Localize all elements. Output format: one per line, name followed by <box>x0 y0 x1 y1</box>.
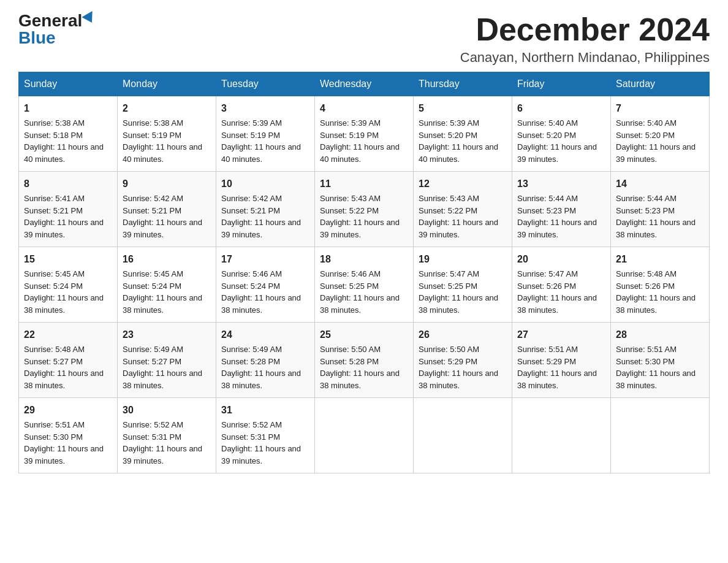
day-daylight: Daylight: 11 hours and 38 minutes. <box>517 293 597 315</box>
day-daylight: Daylight: 11 hours and 39 minutes. <box>221 444 301 465</box>
calendar-cell: 3Sunrise: 5:39 AMSunset: 5:19 PMDaylight… <box>216 96 315 172</box>
day-daylight: Daylight: 11 hours and 38 minutes. <box>320 293 400 315</box>
day-number: 4 <box>320 101 408 116</box>
calendar-header-monday: Monday <box>118 72 216 96</box>
day-sunset: Sunset: 5:20 PM <box>517 131 576 140</box>
calendar-cell: 24Sunrise: 5:49 AMSunset: 5:28 PMDayligh… <box>216 323 315 398</box>
day-sunrise: Sunrise: 5:51 AM <box>517 345 578 354</box>
day-number: 7 <box>616 101 704 116</box>
day-daylight: Daylight: 11 hours and 39 minutes. <box>419 218 498 239</box>
calendar-cell: 13Sunrise: 5:44 AMSunset: 5:23 PMDayligh… <box>512 172 611 247</box>
day-number: 20 <box>517 252 605 267</box>
day-sunrise: Sunrise: 5:50 AM <box>419 345 479 354</box>
day-sunrise: Sunrise: 5:46 AM <box>221 269 282 278</box>
calendar-cell: 21Sunrise: 5:48 AMSunset: 5:26 PMDayligh… <box>611 247 710 323</box>
day-sunrise: Sunrise: 5:52 AM <box>123 420 183 429</box>
day-sunrise: Sunrise: 5:49 AM <box>123 345 183 354</box>
day-number: 12 <box>419 177 507 191</box>
day-daylight: Daylight: 11 hours and 39 minutes. <box>123 444 202 465</box>
calendar-cell: 8Sunrise: 5:41 AMSunset: 5:21 PMDaylight… <box>19 172 118 247</box>
day-sunrise: Sunrise: 5:42 AM <box>123 194 183 203</box>
day-number: 17 <box>221 252 309 267</box>
calendar-cell <box>315 398 414 473</box>
day-sunrise: Sunrise: 5:45 AM <box>123 269 183 278</box>
day-daylight: Daylight: 11 hours and 39 minutes. <box>517 142 597 164</box>
day-number: 22 <box>24 327 112 342</box>
day-sunset: Sunset: 5:28 PM <box>320 357 379 366</box>
day-daylight: Daylight: 11 hours and 38 minutes. <box>616 369 696 390</box>
day-number: 31 <box>221 403 309 418</box>
day-sunset: Sunset: 5:26 PM <box>616 282 675 291</box>
day-sunrise: Sunrise: 5:44 AM <box>616 194 677 203</box>
day-sunrise: Sunrise: 5:39 AM <box>419 118 479 128</box>
month-title: December 2024 <box>460 12 710 47</box>
calendar-cell: 11Sunrise: 5:43 AMSunset: 5:22 PMDayligh… <box>315 172 414 247</box>
day-sunrise: Sunrise: 5:45 AM <box>24 269 85 278</box>
day-sunrise: Sunrise: 5:38 AM <box>24 118 85 128</box>
calendar-cell: 19Sunrise: 5:47 AMSunset: 5:25 PMDayligh… <box>414 247 512 323</box>
day-number: 21 <box>616 252 704 267</box>
day-daylight: Daylight: 11 hours and 39 minutes. <box>123 218 202 239</box>
calendar-cell: 30Sunrise: 5:52 AMSunset: 5:31 PMDayligh… <box>118 398 216 473</box>
day-sunrise: Sunrise: 5:38 AM <box>123 118 183 128</box>
day-daylight: Daylight: 11 hours and 38 minutes. <box>320 369 400 390</box>
calendar-cell: 9Sunrise: 5:42 AMSunset: 5:21 PMDaylight… <box>118 172 216 247</box>
calendar-cell: 12Sunrise: 5:43 AMSunset: 5:22 PMDayligh… <box>414 172 512 247</box>
calendar-week-row: 29Sunrise: 5:51 AMSunset: 5:30 PMDayligh… <box>19 398 710 473</box>
calendar-header-friday: Friday <box>512 72 611 96</box>
logo: General Blue <box>18 12 96 47</box>
calendar-cell: 16Sunrise: 5:45 AMSunset: 5:24 PMDayligh… <box>118 247 216 323</box>
day-sunset: Sunset: 5:19 PM <box>320 131 379 140</box>
day-sunset: Sunset: 5:21 PM <box>123 206 181 215</box>
calendar-cell: 31Sunrise: 5:52 AMSunset: 5:31 PMDayligh… <box>216 398 315 473</box>
day-sunrise: Sunrise: 5:46 AM <box>320 269 381 278</box>
calendar-cell: 5Sunrise: 5:39 AMSunset: 5:20 PMDaylight… <box>414 96 512 172</box>
calendar-cell: 25Sunrise: 5:50 AMSunset: 5:28 PMDayligh… <box>315 323 414 398</box>
day-daylight: Daylight: 11 hours and 40 minutes. <box>221 142 301 164</box>
day-sunset: Sunset: 5:31 PM <box>123 432 181 442</box>
day-sunrise: Sunrise: 5:51 AM <box>616 345 677 354</box>
day-daylight: Daylight: 11 hours and 40 minutes. <box>320 142 400 164</box>
day-daylight: Daylight: 11 hours and 38 minutes. <box>616 293 696 315</box>
day-sunset: Sunset: 5:24 PM <box>123 282 181 291</box>
day-number: 27 <box>517 327 605 342</box>
day-daylight: Daylight: 11 hours and 38 minutes. <box>419 293 498 315</box>
logo-general-text: General <box>18 12 82 29</box>
day-number: 1 <box>24 101 112 116</box>
day-sunset: Sunset: 5:27 PM <box>24 357 83 366</box>
calendar-cell: 28Sunrise: 5:51 AMSunset: 5:30 PMDayligh… <box>611 323 710 398</box>
day-sunset: Sunset: 5:29 PM <box>517 357 576 366</box>
day-number: 19 <box>419 252 507 267</box>
calendar-cell <box>414 398 512 473</box>
day-sunrise: Sunrise: 5:40 AM <box>517 118 578 128</box>
calendar-header-thursday: Thursday <box>414 72 512 96</box>
day-sunset: Sunset: 5:19 PM <box>221 131 280 140</box>
calendar-header-tuesday: Tuesday <box>216 72 315 96</box>
day-daylight: Daylight: 11 hours and 38 minutes. <box>24 293 104 315</box>
day-sunset: Sunset: 5:27 PM <box>123 357 181 366</box>
day-number: 15 <box>24 252 112 267</box>
day-sunrise: Sunrise: 5:41 AM <box>24 194 85 203</box>
day-daylight: Daylight: 11 hours and 39 minutes. <box>320 218 400 239</box>
day-sunrise: Sunrise: 5:44 AM <box>517 194 578 203</box>
calendar-header-saturday: Saturday <box>611 72 710 96</box>
calendar-cell: 15Sunrise: 5:45 AMSunset: 5:24 PMDayligh… <box>19 247 118 323</box>
day-number: 24 <box>221 327 309 342</box>
page-header: General Blue December 2024 Canayan, Nort… <box>18 12 710 66</box>
day-number: 14 <box>616 177 704 191</box>
day-sunrise: Sunrise: 5:42 AM <box>221 194 282 203</box>
calendar-cell: 27Sunrise: 5:51 AMSunset: 5:29 PMDayligh… <box>512 323 611 398</box>
title-block: December 2024 Canayan, Northern Mindanao… <box>460 12 710 66</box>
day-number: 9 <box>123 177 211 191</box>
day-sunrise: Sunrise: 5:48 AM <box>616 269 677 278</box>
day-number: 10 <box>221 177 309 191</box>
day-sunrise: Sunrise: 5:51 AM <box>24 420 85 429</box>
day-sunset: Sunset: 5:30 PM <box>616 357 675 366</box>
day-sunset: Sunset: 5:24 PM <box>24 282 83 291</box>
day-daylight: Daylight: 11 hours and 38 minutes. <box>616 218 696 239</box>
calendar-cell: 20Sunrise: 5:47 AMSunset: 5:26 PMDayligh… <box>512 247 611 323</box>
day-daylight: Daylight: 11 hours and 38 minutes. <box>221 369 301 390</box>
logo-blue-text: Blue <box>18 29 56 47</box>
day-daylight: Daylight: 11 hours and 39 minutes. <box>221 218 301 239</box>
day-number: 23 <box>123 327 211 342</box>
